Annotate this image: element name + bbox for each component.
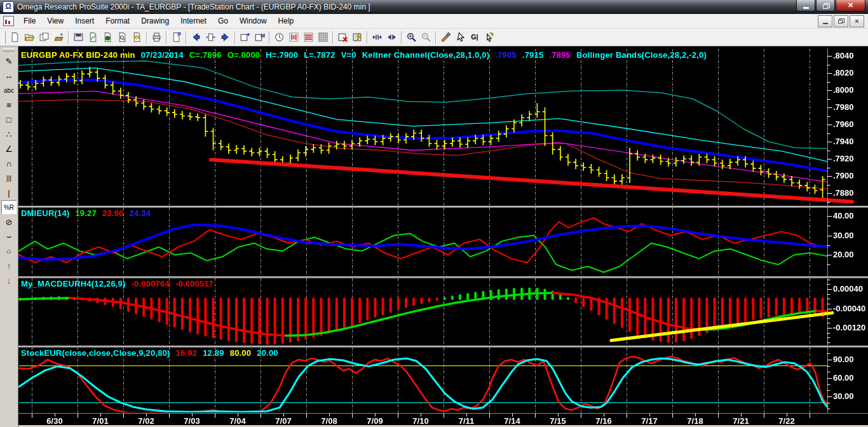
drawing-toolbox-icon bbox=[440, 32, 451, 43]
tool-arrow-up-button[interactable]: ↑ bbox=[1, 259, 17, 273]
toolbar-grip[interactable] bbox=[3, 31, 6, 44]
chart-type-candle-icon bbox=[288, 32, 299, 43]
tool-erase-button[interactable]: ⊘ bbox=[1, 215, 17, 229]
chart-window-icon[interactable] bbox=[3, 16, 14, 26]
new-workspace-icon bbox=[10, 32, 20, 43]
tool-extend-line-button[interactable]: ↔ bbox=[1, 69, 17, 83]
toolbar-separator bbox=[234, 31, 236, 44]
tool-text-button[interactable]: abc bbox=[1, 83, 17, 97]
tool-gann-fan-dotted-button[interactable]: ∴ bbox=[1, 127, 17, 141]
toolbar-remove-study-button[interactable] bbox=[336, 30, 350, 44]
menu-item-help[interactable]: Help bbox=[273, 15, 300, 27]
menu-item-format[interactable]: Format bbox=[100, 15, 135, 27]
minimize-button[interactable] bbox=[796, 0, 815, 11]
workspace-stack-icon bbox=[39, 32, 50, 43]
toolbar-nav-back-button[interactable] bbox=[189, 30, 203, 44]
toolbar-new-option-button[interactable] bbox=[130, 30, 144, 44]
tool-parallel-lines-button[interactable]: ≡ bbox=[1, 98, 17, 112]
menu-item-file[interactable]: File bbox=[18, 15, 41, 27]
header-segment: .7905 bbox=[495, 50, 517, 60]
header-segment: Bollinger Bands(Close,28,2,-2,0) bbox=[576, 50, 707, 60]
menu-item-view[interactable]: View bbox=[41, 15, 69, 27]
header-segment: O=.0000 bbox=[227, 50, 261, 60]
toolbar-insert-symbol-button[interactable] bbox=[238, 30, 252, 44]
new-quote-icon bbox=[117, 32, 128, 43]
toolbar-separator bbox=[146, 31, 147, 44]
toolbar-open-workspace-button[interactable] bbox=[22, 30, 37, 44]
macd-pane-header: My_MACDEURH4(12,26,9)-0.000764-0.000517 bbox=[21, 279, 219, 288]
tool-rectangle-button[interactable]: □ bbox=[1, 112, 17, 126]
toolbar-save-desktop-button[interactable] bbox=[71, 30, 86, 44]
menu-item-insert[interactable]: Insert bbox=[69, 15, 100, 27]
svg-text:M: M bbox=[261, 32, 265, 39]
menu-item-drawing[interactable]: Drawing bbox=[135, 15, 175, 27]
time-frame-icon bbox=[274, 32, 285, 43]
child-minimize-button[interactable] bbox=[818, 15, 832, 27]
toolbar-pointer-tool-button[interactable] bbox=[453, 30, 468, 44]
toolbar-grid-sheet-button[interactable] bbox=[316, 30, 330, 44]
toolbar-separator bbox=[269, 31, 270, 44]
toolbar-chart-type-candle-button[interactable] bbox=[287, 30, 301, 44]
toolbar-zoom-out-button[interactable] bbox=[419, 30, 433, 44]
toolbar-nav-center-button[interactable] bbox=[203, 30, 218, 44]
toolbar-compress-spacing-button[interactable] bbox=[370, 30, 384, 44]
tool-trendline-button[interactable]: ✎ bbox=[1, 54, 17, 68]
toolbar-new-chart-button[interactable] bbox=[86, 30, 100, 44]
save-desktop-icon bbox=[73, 32, 84, 43]
menu-item-go[interactable]: Go bbox=[212, 15, 234, 27]
toolbar-separator bbox=[332, 31, 334, 44]
tool-curve-button[interactable]: ⌣ bbox=[1, 229, 17, 243]
toolbar-quick-trade-button[interactable] bbox=[350, 30, 365, 44]
insert-symbol-icon bbox=[240, 32, 250, 43]
tool-percent-retracement-button[interactable]: %R bbox=[1, 200, 17, 214]
toolbar-zoom-in-button[interactable] bbox=[404, 30, 419, 44]
drawing-toolbar: ✎↔abc≡□∴∠∩||||%R⊘⌣○↑↓ bbox=[0, 46, 18, 427]
restore-button[interactable] bbox=[816, 0, 835, 11]
menu-item-window[interactable]: Window bbox=[234, 15, 273, 27]
tool-arrow-down-button[interactable]: ↓ bbox=[1, 273, 17, 287]
toolbar-format-properties-button[interactable] bbox=[169, 30, 184, 44]
toolbar-separator bbox=[68, 31, 69, 44]
grid-sheet-icon bbox=[318, 32, 329, 43]
window-controls: ✕ bbox=[796, 0, 865, 14]
toolbar-separator bbox=[166, 31, 167, 44]
toolbar-chart-type-bars-button[interactable] bbox=[301, 30, 316, 44]
tool-gann-fan-button[interactable]: ∠ bbox=[1, 142, 17, 156]
child-close-button[interactable]: × bbox=[850, 15, 864, 27]
toolbar-separator bbox=[401, 31, 402, 44]
study-pointer-icon bbox=[484, 32, 495, 43]
nav-center-icon bbox=[205, 32, 216, 43]
drawing-toolbar-grip[interactable] bbox=[3, 48, 15, 51]
menu-items: FileViewInsertFormatDrawingInternetGoWin… bbox=[18, 15, 299, 27]
toolbar-drawing-toolbox-button[interactable] bbox=[438, 30, 453, 44]
chart-type-bars-icon bbox=[303, 32, 314, 43]
tool-arcs-button[interactable]: ∩ bbox=[1, 156, 17, 170]
header-segment: 20.00 bbox=[257, 348, 278, 358]
child-restore-button[interactable] bbox=[834, 15, 848, 27]
application-window: Ω Omega Research ProSuite 2000i - TA_EUR… bbox=[0, 0, 868, 427]
toolbar-time-frame-button[interactable] bbox=[272, 30, 287, 44]
toolbar-study-pointer-button[interactable] bbox=[482, 30, 497, 44]
toolbar-new-quote-button[interactable] bbox=[115, 30, 130, 44]
toolbar-nav-forward-button[interactable] bbox=[218, 30, 233, 44]
toolbar-workspace-stack-button[interactable] bbox=[37, 30, 51, 44]
toolbar-close-workspace-button[interactable] bbox=[51, 30, 66, 44]
tool-vertical-line-button[interactable]: | bbox=[1, 186, 17, 200]
toolbar-expand-spacing-button[interactable] bbox=[384, 30, 399, 44]
title-bar[interactable]: Ω Omega Research ProSuite 2000i - TA_EUR… bbox=[0, 0, 868, 14]
toolbar-new-browser-button[interactable] bbox=[100, 30, 115, 44]
main-toolbar: MG| bbox=[0, 29, 868, 46]
toolbar-insert-study-button[interactable]: M bbox=[252, 30, 267, 44]
header-segment: EURGBP A0-FX BID-240 min bbox=[21, 50, 135, 60]
tool-time-cycles-button[interactable]: ||| bbox=[1, 171, 17, 185]
toolbar-print-button[interactable] bbox=[149, 30, 164, 44]
toolbar-new-workspace-button[interactable] bbox=[8, 30, 22, 44]
go-cursor-icon: G| bbox=[470, 32, 480, 43]
toolbar-go-cursor-button[interactable]: G| bbox=[468, 30, 482, 44]
toolbar-separator bbox=[367, 31, 368, 44]
header-segment: 19.27 bbox=[75, 208, 97, 218]
tool-ellipse-button[interactable]: ○ bbox=[1, 244, 17, 258]
chart-canvas[interactable] bbox=[18, 46, 868, 427]
close-button[interactable]: ✕ bbox=[836, 0, 865, 11]
menu-item-internet[interactable]: Internet bbox=[175, 15, 212, 27]
